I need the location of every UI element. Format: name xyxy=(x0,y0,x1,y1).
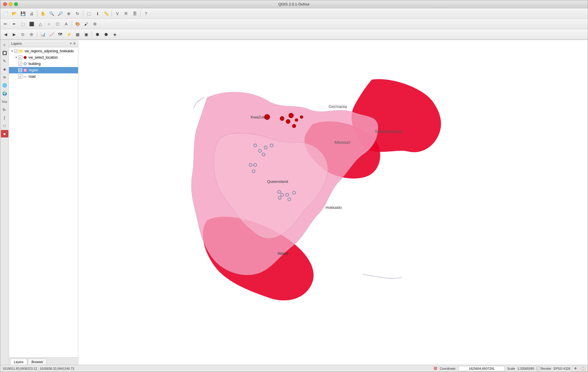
plugin-1[interactable]: ⬢ xyxy=(93,30,101,38)
window-controls xyxy=(3,2,18,6)
left-icon-4[interactable]: ◈ xyxy=(1,65,8,73)
zoom-extent-button[interactable]: ⊕ xyxy=(65,10,73,18)
map-label-saskatchewan: Saskatchewan xyxy=(375,129,402,134)
pan-button[interactable]: ✋ xyxy=(39,10,47,18)
new-project-button[interactable]: 📄 xyxy=(1,10,10,18)
map-point-kwazulu-3 xyxy=(289,113,294,118)
zoom-out-button[interactable]: 🔎 xyxy=(56,10,64,18)
render-toggle[interactable]: ✓ Render xyxy=(537,367,551,370)
analysis-2[interactable]: 📈 xyxy=(47,30,56,38)
refresh-button[interactable]: ↻ xyxy=(73,10,82,18)
add-vector-button[interactable]: V xyxy=(113,10,121,18)
left-icon-3[interactable]: ✎ xyxy=(1,57,8,65)
map-line-coast-2 xyxy=(363,274,402,278)
toolbar-area: 📄 📂 💾 🖨 ✋ 🔍 🔎 ⊕ ↻ ⬚ ℹ 📏 V R 🗄 ? ✏ ✒ ⬚ ⬛ xyxy=(0,8,588,40)
left-icon-10[interactable]: ∫ xyxy=(1,114,8,121)
layer-checkbox-region[interactable]: ✓ xyxy=(18,68,22,72)
toolbar-row-3: ◀ ▶ ⊙ ⊚ 📊 📈 🗺 ⚡ ▦ ▣ ⬢ ⬣ ◈ xyxy=(0,29,588,40)
save-project-button[interactable]: 💾 xyxy=(19,10,27,18)
zoom-in-button[interactable]: 🔍 xyxy=(47,10,56,18)
layer-checkbox-vw-select[interactable] xyxy=(18,55,22,59)
nav-back[interactable]: ◀ xyxy=(1,30,10,38)
layer-name-vw-regions: vw_regions_adjoining_hokkaido xyxy=(25,49,74,53)
layer-checkbox-road[interactable] xyxy=(18,75,22,79)
layer-item-road[interactable]: road xyxy=(9,73,78,80)
analysis-5[interactable]: ▦ xyxy=(73,30,82,38)
style-btn-3[interactable]: ⚙ xyxy=(91,20,99,28)
layer-checkbox-vw-regions[interactable] xyxy=(14,49,18,53)
add-raster-button[interactable]: R xyxy=(122,10,130,18)
nav-fwd[interactable]: ▶ xyxy=(10,30,18,38)
left-icon-11[interactable]: □ xyxy=(1,122,8,129)
help-button[interactable]: ? xyxy=(142,10,150,18)
left-icon-8[interactable]: Vω xyxy=(1,98,8,105)
layer-item-vw-regions[interactable]: ▼ 📁 vw_regions_adjoining_hokkaido xyxy=(9,48,78,54)
left-icon-7[interactable]: 🌍 xyxy=(1,90,8,97)
left-icon-2[interactable]: 🔲 xyxy=(1,49,8,57)
layer-name-building: building xyxy=(29,62,40,66)
select-button[interactable]: ⬚ xyxy=(85,10,93,18)
plugin-2[interactable]: ⬣ xyxy=(102,30,110,38)
epsg-settings-button[interactable]: ⚙ xyxy=(573,366,578,371)
layer-icon-vw-regions: 📁 xyxy=(19,49,23,53)
plugin-3[interactable]: ◈ xyxy=(111,30,119,38)
add-db-button[interactable]: 🗄 xyxy=(131,10,139,18)
separator-2 xyxy=(83,10,83,17)
minimize-button[interactable] xyxy=(9,2,12,6)
label-btn[interactable]: A xyxy=(62,20,70,28)
layer-item-region[interactable]: ✓ region xyxy=(9,67,78,73)
digitize-btn-4[interactable]: ⬛ xyxy=(27,20,36,28)
epsg-label: EPSG:4326 xyxy=(554,367,570,370)
toolbar-row-2: ✏ ✒ ⬚ ⬛ △ ○ ⬡ A 🎨 🖌 ⚙ xyxy=(0,19,588,29)
tab-browser[interactable]: Browser xyxy=(28,358,47,365)
map-svg: Germania KwaZulu Missouri Saskatchewan Q… xyxy=(78,40,588,365)
measure-button[interactable]: 📏 xyxy=(102,10,110,18)
separator-1 xyxy=(37,10,37,17)
coordinate-input[interactable] xyxy=(458,366,505,371)
nav-3[interactable]: ⊙ xyxy=(19,30,27,38)
print-button[interactable]: 🖨 xyxy=(27,10,36,18)
status-coordinate-label: Coordinate: xyxy=(440,367,456,370)
layer-expand-icon: ▼ xyxy=(10,50,14,53)
style-btn-2[interactable]: 🖌 xyxy=(82,20,90,28)
line-icon xyxy=(23,76,27,77)
layers-expand-icon[interactable]: ⊕ xyxy=(73,42,76,45)
digitize-btn-5[interactable]: △ xyxy=(36,20,44,28)
layers-panel-title: Layers xyxy=(11,42,22,46)
layer-item-vw-select[interactable]: ▼ vw_select_location xyxy=(9,54,78,61)
maximize-button[interactable] xyxy=(14,2,18,6)
digitize-btn-6[interactable]: ○ xyxy=(45,20,53,28)
separator-7 xyxy=(92,31,92,38)
separator-4 xyxy=(140,10,140,17)
digitize-btn-2[interactable]: ✒ xyxy=(10,20,18,28)
left-icon-5[interactable]: ≋ xyxy=(1,73,8,81)
status-bar: 1619011.83,6936223.12 : 1626836.32,69412… xyxy=(0,365,588,372)
status-log-button[interactable]: 📋 xyxy=(580,366,585,371)
close-button[interactable] xyxy=(3,2,7,6)
tab-layers[interactable]: Layers xyxy=(10,359,27,365)
layer-checkbox-building[interactable] xyxy=(18,62,22,66)
folder-icon: 📁 xyxy=(19,49,23,53)
open-project-button[interactable]: 📂 xyxy=(10,10,18,18)
map-canvas[interactable]: Germania KwaZulu Missouri Saskatchewan Q… xyxy=(78,40,588,365)
digitize-btn-1[interactable]: ✏ xyxy=(1,20,10,28)
left-icon-12[interactable]: ■ xyxy=(1,130,8,137)
analysis-3[interactable]: 🗺 xyxy=(56,30,64,38)
left-icon-1[interactable]: ⊹ xyxy=(1,41,8,49)
render-checkbox[interactable]: ✓ xyxy=(537,367,540,370)
layers-close-icon[interactable]: ✕ xyxy=(69,42,72,45)
analysis-4[interactable]: ⚡ xyxy=(65,30,73,38)
nav-4[interactable]: ⊚ xyxy=(27,30,36,38)
layer-expand-icon-2: ▼ xyxy=(14,56,18,59)
analysis-6[interactable]: ▣ xyxy=(82,30,90,38)
analysis-1[interactable]: 📊 xyxy=(39,30,47,38)
style-btn-1[interactable]: 🎨 xyxy=(73,20,82,28)
layer-item-building[interactable]: building xyxy=(9,61,78,67)
digitize-btn-3[interactable]: ⬚ xyxy=(19,20,27,28)
left-icon-6[interactable]: 🌐 xyxy=(1,81,8,89)
scale-ratio: 1:33565585 xyxy=(517,367,534,370)
separator-6 xyxy=(37,31,37,38)
left-icon-9[interactable]: 9ₓ xyxy=(1,106,8,113)
digitize-btn-7[interactable]: ⬡ xyxy=(53,20,62,28)
identify-button[interactable]: ℹ xyxy=(93,10,101,18)
